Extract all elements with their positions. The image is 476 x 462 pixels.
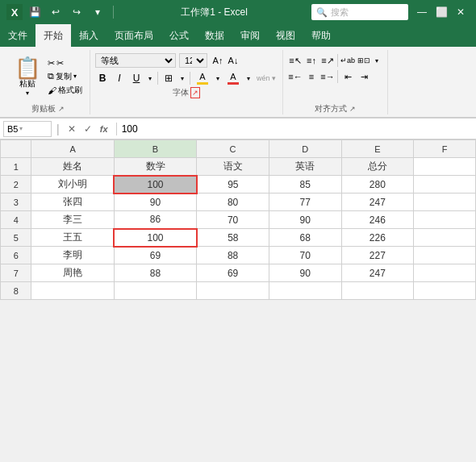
cell-b1[interactable]: 数学 <box>114 158 196 176</box>
align-top-right-button[interactable]: ≡↗ <box>320 53 335 68</box>
cut-button[interactable]: ✂ ✂ <box>45 57 85 69</box>
tab-insert[interactable]: 插入 <box>71 24 106 47</box>
tab-data[interactable]: 数据 <box>197 24 232 47</box>
tab-home[interactable]: 开始 <box>35 24 71 47</box>
cell-a1[interactable]: 姓名 <box>31 158 114 176</box>
cell-d8[interactable] <box>269 282 341 300</box>
highlight-color-button[interactable]: A <box>194 72 211 85</box>
italic-button[interactable]: I <box>112 71 127 85</box>
cell-d4[interactable]: 90 <box>269 211 341 229</box>
paste-dropdown[interactable]: ▾ <box>26 89 29 97</box>
cell-c3[interactable]: 80 <box>197 194 269 211</box>
cell-f1[interactable] <box>414 158 476 176</box>
font-color-button[interactable]: A <box>224 72 242 85</box>
highlight-dropdown[interactable]: ▾ <box>214 71 222 85</box>
row-num-6[interactable]: 6 <box>1 247 31 264</box>
cell-e8[interactable] <box>341 282 414 300</box>
align-left-button[interactable]: ≡← <box>288 69 303 84</box>
col-header-c[interactable]: C <box>197 140 269 158</box>
font-extra[interactable]: wén ▾ <box>255 74 278 82</box>
paste-button[interactable]: 📋 粘贴 ▾ <box>11 56 44 98</box>
cell-e7[interactable]: 247 <box>341 264 414 282</box>
cell-d3[interactable]: 77 <box>269 194 341 211</box>
font-color-dropdown[interactable]: ▾ <box>244 71 253 85</box>
cell-b4[interactable]: 86 <box>114 211 196 229</box>
cell-b8[interactable] <box>114 282 196 300</box>
col-header-d[interactable]: D <box>269 140 341 158</box>
indent-increase-button[interactable]: ⇥ <box>357 69 371 84</box>
col-header-f[interactable]: F <box>414 140 476 158</box>
confirm-formula-button[interactable]: ✓ <box>81 122 95 136</box>
cell-d5[interactable]: 68 <box>269 229 341 247</box>
font-size-select[interactable]: 12 <box>179 53 207 68</box>
row-num-8[interactable]: 8 <box>1 282 31 300</box>
bold-button[interactable]: B <box>95 71 110 85</box>
tab-help[interactable]: 帮助 <box>303 24 339 47</box>
tab-page-layout[interactable]: 页面布局 <box>106 24 161 47</box>
cell-d7[interactable]: 90 <box>269 264 341 282</box>
cell-e2[interactable]: 280 <box>341 176 414 194</box>
cell-a2[interactable]: 刘小明 <box>31 176 114 194</box>
save-button[interactable]: 💾 <box>26 3 44 21</box>
cell-c2[interactable]: 95 <box>197 176 269 194</box>
cell-a8[interactable] <box>31 282 114 300</box>
align-top-center-button[interactable]: ≡↑ <box>304 53 319 68</box>
clipboard-dialog-launcher[interactable]: ↗ <box>58 105 65 113</box>
row-num-7[interactable]: 7 <box>1 264 31 282</box>
row-num-4[interactable]: 4 <box>1 211 31 229</box>
align-top-left-button[interactable]: ≡↖ <box>288 53 303 68</box>
col-header-a[interactable]: A <box>31 140 114 158</box>
underline-dropdown[interactable]: ▾ <box>146 71 154 85</box>
cell-c4[interactable]: 70 <box>197 211 269 229</box>
cell-f7[interactable] <box>414 264 476 282</box>
minimize-button[interactable]: — <box>413 3 431 21</box>
tab-view[interactable]: 视图 <box>268 24 303 47</box>
search-box[interactable]: 🔍 搜索 <box>311 4 408 20</box>
cell-c6[interactable]: 88 <box>197 247 269 264</box>
indent-decrease-button[interactable]: ⇤ <box>340 69 355 84</box>
cell-b5[interactable]: 100 <box>114 229 196 247</box>
increase-font-size-button[interactable]: A↑ <box>211 53 225 68</box>
cell-c1[interactable]: 语文 <box>197 158 269 176</box>
cell-c5[interactable]: 58 <box>197 229 269 247</box>
merge-button[interactable]: ⊞⊡ <box>357 53 371 68</box>
undo-button[interactable]: ↩ <box>47 3 65 21</box>
cell-b2[interactable]: 100 <box>114 176 196 194</box>
cell-d2[interactable]: 85 <box>269 176 341 194</box>
tab-formula[interactable]: 公式 <box>161 24 197 47</box>
cell-a5[interactable]: 王五 <box>31 229 114 247</box>
cell-c7[interactable]: 69 <box>197 264 269 282</box>
align-center-button[interactable]: ≡ <box>304 69 319 84</box>
cell-d1[interactable]: 英语 <box>269 158 341 176</box>
underline-button[interactable]: U <box>129 71 144 85</box>
cell-f8[interactable] <box>414 282 476 300</box>
redo-button[interactable]: ↪ <box>68 3 86 21</box>
cell-e1[interactable]: 总分 <box>341 158 414 176</box>
font-dialog-launcher[interactable]: ↗ <box>190 87 200 98</box>
row-num-1[interactable]: 1 <box>1 158 31 176</box>
cell-b3[interactable]: 90 <box>114 194 196 211</box>
insert-function-button[interactable]: fx <box>97 122 111 136</box>
row-num-2[interactable]: 2 <box>1 176 31 194</box>
cell-e4[interactable]: 246 <box>341 211 414 229</box>
cell-f6[interactable] <box>414 247 476 264</box>
tab-review[interactable]: 审阅 <box>232 24 268 47</box>
cell-f4[interactable] <box>414 211 476 229</box>
cell-c8[interactable] <box>197 282 269 300</box>
border-dropdown[interactable]: ▾ <box>178 71 186 85</box>
row-num-3[interactable]: 3 <box>1 194 31 211</box>
cell-ref-dropdown[interactable]: ▾ <box>19 125 23 132</box>
cell-f3[interactable] <box>414 194 476 211</box>
cell-f2[interactable] <box>414 176 476 194</box>
cell-reference-box[interactable]: B5 ▾ <box>3 121 52 137</box>
decrease-font-size-button[interactable]: A↓ <box>226 53 240 68</box>
merge-dropdown[interactable]: ▾ <box>373 53 381 68</box>
cell-a4[interactable]: 李三 <box>31 211 114 229</box>
wrap-text-button[interactable]: ↵ab <box>340 53 355 68</box>
col-header-b[interactable]: B <box>114 140 196 158</box>
copy-button[interactable]: ⧉ 复制 ▾ <box>45 70 85 83</box>
tab-file[interactable]: 文件 <box>0 24 35 47</box>
row-num-5[interactable]: 5 <box>1 229 31 247</box>
cell-b6[interactable]: 69 <box>114 247 196 264</box>
formula-input[interactable] <box>122 121 473 137</box>
